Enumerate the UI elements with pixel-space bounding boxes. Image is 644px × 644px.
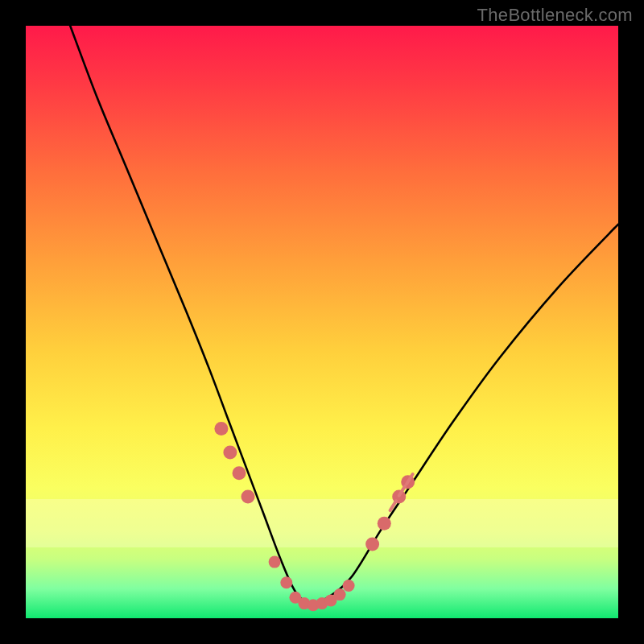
v-curve [70,26,618,604]
marker-dot [233,466,246,480]
marker-dot [214,422,228,436]
tick-dashes [388,472,415,513]
marker-dot [242,490,255,504]
curve-layer [26,26,618,618]
marker-dot [334,588,346,601]
chart-root: TheBottleneck.com [0,0,644,644]
marker-dot [280,576,292,588]
marker-dot [269,556,281,568]
marker-dot [343,580,355,592]
marker-dot [365,538,379,551]
marker-dots [214,422,415,611]
watermark-text: TheBottleneck.com [477,5,633,26]
plot-area [26,26,618,618]
marker-dot [223,445,237,459]
marker-dot [378,517,391,530]
